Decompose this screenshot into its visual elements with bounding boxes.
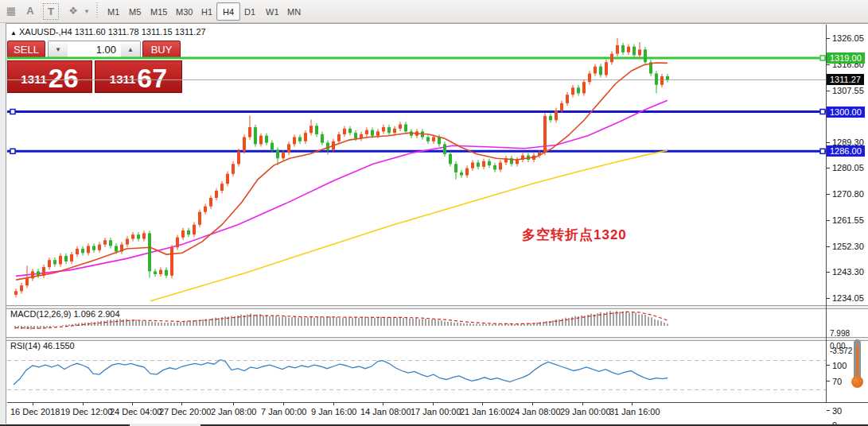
time-label: 29 Jan 00:00 <box>560 407 611 416</box>
thermometer-widget[interactable] <box>851 339 864 389</box>
price-tick-label: 1252.30 <box>832 242 864 251</box>
toolbar-separator <box>96 2 98 19</box>
time-tick <box>433 402 434 405</box>
price-tick <box>827 91 830 91</box>
price-tick <box>827 272 830 273</box>
rsi-axis-label: 100 <box>832 361 847 370</box>
font-a-icon[interactable]: A <box>24 3 37 18</box>
price-tick <box>827 220 830 221</box>
time-label: 24 Jan 08:00 <box>510 407 561 416</box>
time-tick <box>482 402 483 405</box>
time-tick <box>33 402 33 405</box>
time-axis-line <box>7 402 868 403</box>
rsi-axis-label: 70 <box>832 377 842 386</box>
time-label: 7 Jan 00:00 <box>261 407 307 416</box>
time-label: 19 Dec 12:00 <box>60 407 112 416</box>
time-tick <box>383 402 383 405</box>
rsi-axis-tick <box>827 410 830 411</box>
time-label: 21 Jan 16:00 <box>460 407 511 416</box>
timeframe-button-h4[interactable]: H4 <box>216 2 240 21</box>
time-label: 16 Dec 2018 <box>10 407 60 416</box>
panel-separator-macd[interactable] <box>6 305 868 309</box>
time-label: 17 Jan 00:00 <box>411 407 461 416</box>
time-tick <box>632 402 633 405</box>
top-toolbar: ▦ A T ❖ ▾ M1M5M15M30H1H4D1W1MN <box>0 0 868 23</box>
rsi-axis-tick <box>827 365 830 366</box>
price-badge-1319-00: 1319.00 <box>827 52 865 64</box>
time-label: 24 Dec 04:00 <box>110 407 162 416</box>
time-tick <box>333 402 334 405</box>
price-tick-label: 1234.05 <box>832 293 864 303</box>
dropdown-caret-icon[interactable]: ▾ <box>82 3 91 18</box>
price-tick <box>827 64 830 65</box>
main-price-chart[interactable] <box>7 25 827 305</box>
time-label: 9 Jan 16:00 <box>311 407 357 416</box>
price-tick-label: 1326.05 <box>832 33 864 43</box>
time-label: 27 Dec 20:00 <box>159 407 211 416</box>
time-tick <box>132 402 133 405</box>
chart-text-annotation[interactable]: 多空转折点1320 <box>522 226 627 244</box>
rsi-axis-label: 30 <box>832 406 842 416</box>
time-tick <box>83 402 84 405</box>
thermometer-bulb <box>851 376 863 388</box>
panel-separator-rsi[interactable] <box>6 337 868 341</box>
time-tick <box>532 402 533 405</box>
text-tool-icon[interactable]: T <box>43 3 59 20</box>
rsi-axis-tick <box>827 381 830 381</box>
chart-window: ▲ XAUUSD-,H4 1311.60 1311.78 1311.15 131… <box>6 23 868 424</box>
time-label: 2 Jan 08:00 <box>211 407 257 416</box>
price-tick <box>827 246 830 247</box>
price-badge-1311-27: 1311.27 <box>827 74 864 85</box>
price-badge-1286-00: 1286.00 <box>827 145 865 157</box>
price-tick-label: 1307.55 <box>832 86 864 95</box>
time-tick <box>283 402 284 405</box>
timeframe-button-d1[interactable]: D1 <box>238 2 262 21</box>
price-tick <box>827 38 830 39</box>
time-tick <box>233 402 234 405</box>
macd-axis-label: 7.998 <box>830 329 850 338</box>
price-tick-label: 1280.05 <box>832 163 864 172</box>
timeframe-button-h1[interactable]: H1 <box>195 2 219 21</box>
price-tick-label: 1243.30 <box>832 267 864 277</box>
grid-f-icon[interactable]: ▦ <box>3 3 19 18</box>
price-tick <box>827 298 830 299</box>
time-tick <box>181 402 182 405</box>
rsi-indicator-chart <box>7 339 827 402</box>
rsi-panel-title: RSI(14) 46.1550 <box>10 341 75 350</box>
object-arrows-icon[interactable]: ❖ <box>65 3 81 18</box>
macd-panel-title: MACD(12,26,9) 1.096 2.904 <box>10 309 120 319</box>
price-tick-label: 1261.55 <box>832 215 864 225</box>
price-tick <box>827 194 830 195</box>
macd-axis-label: -3.572 <box>830 347 852 355</box>
price-tick-label: 1270.80 <box>832 189 864 199</box>
timeframe-button-mn[interactable]: MN <box>281 2 307 21</box>
price-tick <box>827 168 830 168</box>
price-tick <box>827 142 830 143</box>
price-badge-1300-00: 1300.00 <box>827 106 865 118</box>
time-tick <box>582 402 583 405</box>
time-label: 31 Jan 16:00 <box>609 407 660 416</box>
macd-indicator-chart <box>7 308 827 336</box>
time-label: 14 Jan 08:00 <box>360 407 411 416</box>
